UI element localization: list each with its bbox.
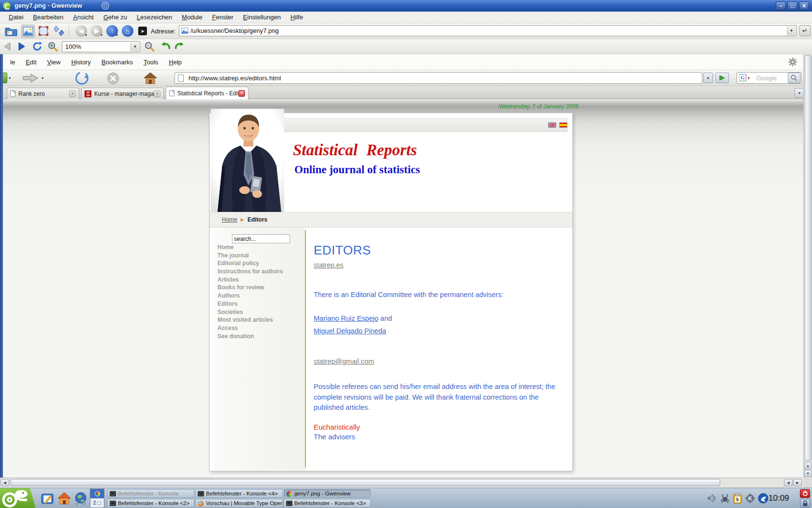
rotate-icon[interactable] [53, 25, 65, 37]
sidebar-item-see-donation[interactable]: See donation [218, 333, 283, 339]
globe-icon[interactable] [73, 491, 88, 506]
home-icon[interactable] [143, 72, 158, 85]
browser-tab-2[interactable]: SPONKurse - manager-magazin.de✕ [81, 88, 164, 99]
uk-flag-icon[interactable] [548, 122, 556, 128]
gwenview-menu-datei[interactable]: Datei [4, 14, 28, 21]
scroll-left-icon[interactable]: ◀ [784, 479, 793, 486]
close-button[interactable]: ✕ [799, 1, 809, 10]
vertical-scrollbar[interactable]: ▲ ▼ [803, 54, 812, 478]
pager-desktop-1[interactable] [90, 489, 104, 498]
tab-close-icon[interactable]: ✕ [154, 90, 160, 97]
undo-rotate-left-icon[interactable] [160, 41, 171, 52]
gwenview-menu-hilfe[interactable]: Hilfe [286, 14, 308, 21]
gear-icon[interactable] [788, 57, 798, 67]
kmenu-button[interactable] [0, 488, 36, 508]
taskbar-task-befehlsfenster-konsole-4-[interactable]: Befehlsfenster - Konsole <4> [195, 489, 282, 498]
horizontal-scrollbar[interactable]: ◀ ◀ ▶ [0, 478, 803, 488]
gwenview-menu-bearbeiten[interactable]: Bearbeiten [28, 14, 68, 21]
logout-power-icon[interactable] [800, 489, 810, 498]
klipper-icon[interactable]: k [733, 493, 742, 504]
next-image-icon[interactable] [17, 42, 26, 51]
scroll-up-icon[interactable]: ▲ [804, 462, 812, 469]
browser-menu-view[interactable]: View [42, 59, 66, 66]
browser-menu-edit[interactable]: Edit [20, 59, 42, 66]
site-search-input[interactable] [232, 234, 290, 243]
volume-icon[interactable] [707, 493, 717, 504]
lock-screen-icon[interactable] [800, 499, 810, 508]
search-engine-dropdown-icon[interactable]: ▾ [748, 76, 750, 80]
zoom-in-icon[interactable] [47, 41, 59, 53]
amarok-wolf-icon[interactable] [758, 493, 768, 504]
email-link[interactable]: statrep@gmail.com [314, 358, 374, 365]
sidebar-item-editors[interactable]: Editors [218, 301, 283, 307]
gwenview-menu-module[interactable]: Module [177, 14, 207, 21]
forward-history-dropdown-icon[interactable]: ▾ [42, 76, 44, 80]
sidebar-item-most-visited-articles[interactable]: Most visited articles [218, 317, 283, 323]
sidebar-item-authors[interactable]: Authors [218, 293, 283, 299]
sidebar-item-the-journal[interactable]: The journal [218, 253, 283, 258]
editor2-link[interactable]: Miguel Delgado Pineda [314, 327, 386, 335]
sidebar-item-home[interactable]: Home [218, 244, 283, 250]
home-folder-icon[interactable] [57, 491, 72, 506]
sidebar-item-instructions-for-authors[interactable]: Instructions for authors [218, 269, 283, 274]
taskbar-task-befehlsfenster-konsole-2-[interactable]: Befehlsfenster - Konsole <2> [107, 499, 194, 508]
browser-menu-help[interactable]: Help [163, 59, 187, 66]
taskbar-task-befehlsfenster-konsole-3-[interactable]: Befehlsfenster - Konsole <3> [284, 499, 371, 508]
back-button-fragment-icon[interactable] [3, 73, 7, 83]
minimize-button[interactable]: – [776, 1, 786, 10]
browser-tab-1[interactable]: Rank zero✕ [7, 88, 79, 99]
sidebar-item-societies[interactable]: Societies [218, 309, 283, 315]
zoom-dropdown-icon[interactable]: ▼ [130, 42, 139, 51]
previous-image-icon[interactable] [3, 42, 12, 51]
browse-mode-icon[interactable] [5, 25, 17, 37]
fullscreen-icon[interactable] [38, 25, 49, 37]
sidebar-item-articles[interactable]: Articles [218, 277, 283, 283]
scroll-left-icon[interactable]: ◀ [0, 479, 9, 486]
sidebar-item-editorial-policy[interactable]: Editorial policy [218, 260, 283, 266]
notes-icon[interactable] [41, 491, 55, 506]
editor1-link[interactable]: Mariano Ruiz Espejo [314, 314, 378, 322]
gwenview-menu-einstellungen[interactable]: Einstellungen [238, 14, 286, 21]
pager-desktop-2[interactable]: 2 [90, 498, 104, 508]
gwenview-titlebar[interactable]: geny7.png - Gwenview – □ ✕ [0, 0, 812, 12]
stop-icon[interactable] [107, 72, 119, 85]
back-history-dropdown-icon[interactable]: ▾ [9, 76, 11, 80]
taskbar-clock[interactable]: 10:09 [768, 488, 789, 508]
zoom-out-icon[interactable] [144, 41, 156, 53]
address-dropdown-icon[interactable]: ▼ [787, 26, 796, 35]
forward-dropdown-icon[interactable]: ▾ [101, 33, 102, 37]
zoom-combobox[interactable]: 100% ▼ [62, 41, 140, 52]
taskbar-task-geny7-png-gwenview[interactable]: geny7.png - Gwenview [284, 489, 371, 498]
redo-rotate-right-icon[interactable] [174, 41, 186, 52]
browser-menu-le[interactable]: le [5, 59, 20, 66]
horizontal-scrollbar-thumb[interactable] [11, 479, 720, 486]
gwenview-menu-gehe-zu[interactable]: Gehe zu [99, 14, 132, 21]
browser-menu-bookmarks[interactable]: Bookmarks [96, 59, 138, 66]
image-view-mode-icon[interactable] [21, 25, 35, 38]
gwenview-menu-lesezeichen[interactable]: Lesezeichen [132, 14, 177, 21]
taskbar-task-vorschau-movable-type-open[interactable]: Vorschau | Movable Type Open [195, 499, 282, 508]
gwenview-menu-ansicht[interactable]: Ansicht [68, 14, 99, 21]
address-combobox[interactable]: /u/kuessner/Desktop/geny7.png ▼ [179, 25, 797, 36]
site-link[interactable]: statrep.es [314, 261, 343, 269]
url-dropdown-icon[interactable]: ▼ [703, 73, 713, 83]
refresh-icon[interactable] [75, 72, 88, 85]
go-button[interactable] [715, 73, 729, 83]
scroll-right-icon[interactable]: ▶ [793, 479, 802, 486]
kde-gear-icon[interactable]: K [745, 493, 755, 503]
address-go-icon[interactable]: ↵ [799, 25, 811, 36]
gwenview-menu-fenster[interactable]: Fenster [207, 14, 238, 21]
location-icon[interactable]: ➤ [138, 27, 147, 35]
browser-menu-tools[interactable]: Tools [138, 59, 163, 66]
back-dropdown-icon[interactable]: ▾ [85, 33, 87, 37]
scroll-down-icon[interactable]: ▼ [804, 470, 812, 477]
vertical-scrollbar-thumb[interactable] [805, 55, 812, 461]
spain-flag-icon[interactable] [559, 122, 567, 128]
tab-close-icon[interactable]: ✕ [69, 90, 76, 97]
tab-close-icon[interactable]: ✕ [238, 90, 245, 97]
up-dropdown-icon[interactable]: ▾ [116, 33, 118, 37]
sidebar-item-access[interactable]: Access [218, 325, 283, 331]
search-submit-button[interactable] [788, 73, 800, 83]
forward-icon[interactable] [22, 73, 39, 83]
taskbar-task-befehlsfenster-konsole[interactable]: Befehlsfenster - Konsole [107, 489, 194, 498]
